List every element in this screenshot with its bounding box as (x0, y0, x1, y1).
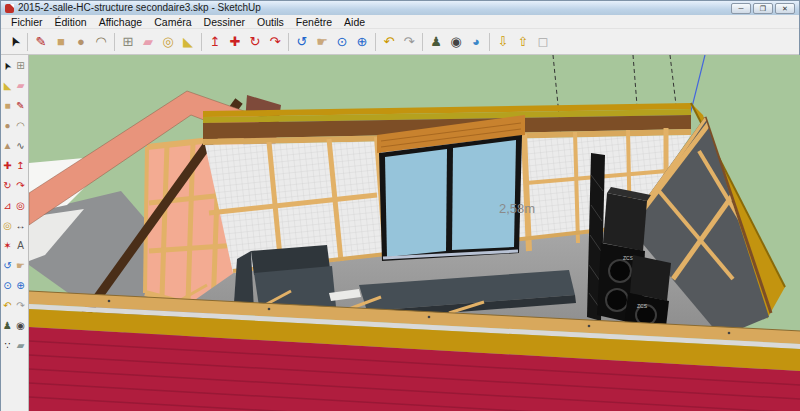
follow-me-button[interactable]: ↷ (265, 31, 285, 53)
menu-camera[interactable]: Caméra (148, 15, 197, 29)
make-component-button[interactable]: ⊞ (118, 31, 138, 53)
model-scene[interactable]: 2,58m (29, 55, 800, 411)
walk-button[interactable]: ∵ (1, 336, 14, 356)
make-component-icon: ⊞ (16, 61, 24, 71)
sliding-glass-door[interactable] (377, 115, 525, 261)
menu-fichier[interactable]: Fichier (5, 15, 49, 29)
zoom-button[interactable]: ⊙ (332, 31, 352, 53)
3d-text-button[interactable]: A (14, 236, 27, 256)
line-button[interactable]: ✎ (31, 31, 51, 53)
eraser-button[interactable]: ▰ (138, 31, 158, 53)
sketchup-window: 2015-2-salle-HC-structure secondaire3.sk… (0, 0, 800, 411)
arc-button[interactable]: ◠ (91, 31, 111, 53)
axes-button[interactable]: ✶ (1, 236, 14, 256)
share-model-button[interactable]: ⇧ (513, 31, 533, 53)
paint-bucket-icon: ◣ (4, 81, 12, 91)
circle-icon: ● (4, 121, 10, 131)
rectangle-button[interactable]: ■ (51, 31, 71, 53)
circle-button[interactable]: ● (71, 31, 91, 53)
eraser-icon: ▰ (143, 35, 153, 48)
rotate-button[interactable]: ↻ (1, 176, 14, 196)
next-view-icon: ↷ (16, 301, 24, 311)
toolbar-separator (27, 33, 28, 51)
section-plane-button[interactable]: ▰ (14, 336, 27, 356)
menu-edition[interactable]: Édition (49, 15, 93, 29)
scale-icon: ⊿ (3, 201, 11, 211)
line-button[interactable]: ✎ (14, 96, 27, 116)
speaker-top-box (630, 255, 671, 301)
menu-bar: FichierÉditionAffichageCaméraDessinerOut… (1, 15, 799, 29)
follow-me-icon: ↷ (270, 35, 281, 48)
menu-dessiner[interactable]: Dessiner (198, 15, 251, 29)
zoom-button[interactable]: ⊙ (1, 276, 14, 296)
toolbar-separator (375, 33, 376, 51)
move-button[interactable]: ✚ (1, 156, 14, 176)
google-earth-button[interactable]: ◕ (466, 31, 486, 53)
push-pull-icon: ↥ (16, 161, 24, 171)
toolbar-separator (422, 33, 423, 51)
offset-icon: ◎ (16, 201, 25, 211)
offset-button[interactable]: ◎ (14, 196, 27, 216)
next-view-icon: ↷ (404, 35, 415, 48)
eraser-button[interactable]: ▰ (14, 76, 27, 96)
orbit-button[interactable]: ↺ (1, 256, 14, 276)
look-around-button[interactable]: ◉ (14, 316, 27, 336)
rectangle-icon: ■ (4, 101, 10, 111)
next-view-button[interactable]: ↷ (14, 296, 27, 316)
paint-bucket-button[interactable]: ◣ (1, 76, 14, 96)
paint-bucket-button[interactable]: ◣ (178, 31, 198, 53)
dimension-button[interactable]: ↔ (14, 216, 27, 236)
menu-affichage[interactable]: Affichage (93, 15, 149, 29)
minimize-button[interactable]: ─ (731, 3, 751, 14)
rectangle-button[interactable]: ■ (1, 96, 14, 116)
walk-icon: ∵ (4, 341, 10, 351)
push-pull-button[interactable]: ↥ (14, 156, 27, 176)
scale-button[interactable]: ⊿ (1, 196, 14, 216)
move-icon: ✚ (230, 35, 241, 48)
rotate-icon: ↻ (250, 35, 261, 48)
zoom-extents-button[interactable]: ⊕ (352, 31, 372, 53)
arc-button[interactable]: ◠ (14, 116, 27, 136)
position-camera-button[interactable]: ♟ (426, 31, 446, 53)
zoom-extents-icon: ⊕ (357, 35, 368, 48)
circle-button[interactable]: ● (1, 116, 14, 136)
polygon-button[interactable]: ▲ (1, 136, 14, 156)
make-component-button[interactable]: ⊞ (14, 56, 27, 76)
next-view-button[interactable]: ↷ (399, 31, 419, 53)
menu-aide[interactable]: Aide (338, 15, 371, 29)
previous-view-button[interactable]: ↶ (1, 296, 14, 316)
move-button[interactable]: ✚ (225, 31, 245, 53)
previous-view-button[interactable]: ↶ (379, 31, 399, 53)
preview-model-button[interactable]: ◻ (533, 31, 553, 53)
select-icon: ➤ (1, 60, 14, 72)
tape-measure-button[interactable]: ◎ (158, 31, 178, 53)
push-pull-button[interactable]: ↥ (205, 31, 225, 53)
select-icon: ➤ (6, 34, 22, 49)
follow-me-icon: ↷ (16, 181, 24, 191)
orbit-button[interactable]: ↺ (292, 31, 312, 53)
follow-me-button[interactable]: ↷ (14, 176, 27, 196)
previous-view-icon: ↶ (3, 301, 11, 311)
dimension-icon: ↔ (16, 221, 26, 231)
get-models-button[interactable]: ⇩ (493, 31, 513, 53)
rotate-button[interactable]: ↻ (245, 31, 265, 53)
menu-fenetre[interactable]: Fenêtre (290, 15, 338, 29)
close-button[interactable]: ✕ (775, 3, 795, 14)
line-icon: ✎ (36, 35, 47, 48)
pan-button[interactable]: ☛ (312, 31, 332, 53)
speaker-top-box (603, 193, 647, 251)
look-around-button[interactable]: ◉ (446, 31, 466, 53)
speaker-brand-label: ZCS (637, 303, 648, 309)
3d-viewport[interactable]: 2,58m (29, 55, 800, 411)
axes-icon: ✶ (3, 241, 11, 251)
restore-button[interactable]: ❐ (753, 3, 773, 14)
orbit-icon: ↺ (297, 35, 308, 48)
select-button[interactable]: ➤ (1, 56, 14, 76)
tape-measure-button[interactable]: ◎ (1, 216, 14, 236)
position-camera-button[interactable]: ♟ (1, 316, 14, 336)
menu-outils[interactable]: Outils (251, 15, 290, 29)
freehand-button[interactable]: ∿ (14, 136, 27, 156)
select-button[interactable]: ➤ (4, 31, 24, 53)
pan-button[interactable]: ☛ (14, 256, 27, 276)
zoom-extents-button[interactable]: ⊕ (14, 276, 27, 296)
